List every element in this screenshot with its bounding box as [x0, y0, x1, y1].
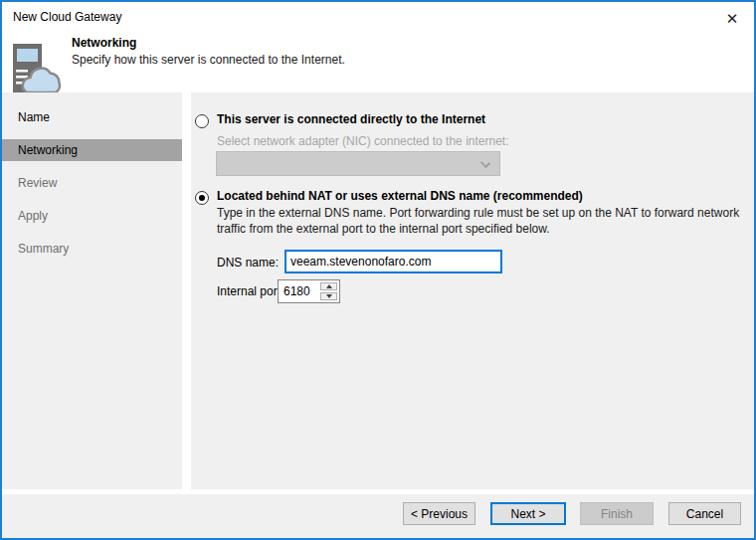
stepper-down-button[interactable] [320, 292, 337, 300]
direct-internet-label[interactable]: This server is connected directly to the… [217, 112, 485, 126]
stepper-buttons [320, 282, 337, 300]
arrow-up-icon [326, 284, 332, 288]
stepper-up-button[interactable] [320, 282, 337, 290]
sidebar-item-apply[interactable]: Apply [2, 205, 182, 227]
wizard-steps-sidebar: Name Networking Review Apply Summary [2, 92, 182, 489]
radio-direct-internet[interactable] [195, 114, 209, 128]
window-title: New Cloud Gateway [13, 10, 121, 24]
networking-form: This server is connected directly to the… [191, 92, 754, 489]
next-button[interactable]: Next > [490, 502, 566, 525]
sidebar-divider [182, 92, 191, 489]
wizard-body: Name Networking Review Apply Summary Thi… [2, 92, 754, 489]
internal-port-value: 6180 [284, 284, 310, 298]
sidebar-item-networking[interactable]: Networking [2, 139, 182, 161]
nic-adapter-select [216, 151, 500, 176]
finish-button: Finish [580, 502, 654, 525]
nic-adapter-label: Select network adapter (NIC) connected t… [217, 134, 509, 148]
dns-name-input[interactable] [284, 250, 502, 273]
previous-button[interactable]: < Previous [403, 502, 475, 525]
computer-cloud-icon [10, 43, 66, 96]
sidebar-item-review[interactable]: Review [2, 172, 182, 194]
sidebar-item-summary[interactable]: Summary [2, 238, 182, 260]
internal-port-label: Internal port: [217, 284, 284, 298]
chevron-down-icon [480, 158, 490, 168]
close-button[interactable]: ✕ [717, 6, 747, 30]
radio-dot [199, 195, 205, 201]
titlebar: New Cloud Gateway ✕ [2, 2, 754, 32]
step-title: Networking [72, 36, 136, 50]
step-subtitle: Specify how this server is connected to … [72, 53, 345, 67]
close-icon: ✕ [726, 11, 739, 26]
radio-behind-nat[interactable] [195, 191, 209, 205]
arrow-down-icon [326, 294, 332, 298]
wizard-header: Networking Specify how this server is co… [2, 32, 754, 92]
new-cloud-gateway-dialog: New Cloud Gateway ✕ Networking Specify h… [0, 0, 756, 540]
internal-port-stepper[interactable]: 6180 [278, 279, 340, 303]
sidebar-item-name[interactable]: Name [2, 106, 182, 128]
nat-description: Type in the external DNS name. Port forw… [217, 205, 746, 237]
wizard-footer: < Previous Next > Finish Cancel [2, 494, 754, 538]
dns-name-label: DNS name: [217, 256, 279, 270]
cancel-button[interactable]: Cancel [668, 502, 741, 525]
behind-nat-label[interactable]: Located behind NAT or uses external DNS … [217, 189, 583, 203]
